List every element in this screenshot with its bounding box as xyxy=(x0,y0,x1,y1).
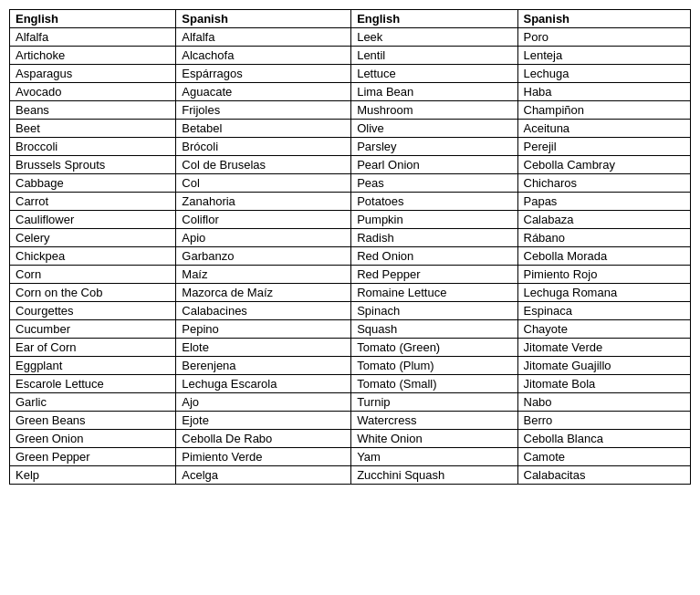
table-cell: Cebolla Blanca xyxy=(517,430,691,448)
col-header-english1: English xyxy=(10,10,176,28)
table-cell: Lenteja xyxy=(517,47,691,65)
table-cell: Rábano xyxy=(517,229,691,247)
table-row: AvocadoAguacateLima BeanHaba xyxy=(10,83,691,101)
table-cell: Lima Bean xyxy=(351,83,517,101)
table-cell: Lechuga Escarola xyxy=(176,375,351,393)
table-cell: Chickpea xyxy=(10,247,176,266)
table-cell: Champiñon xyxy=(517,101,691,120)
table-cell: Pearl Onion xyxy=(351,156,517,174)
table-cell: Pimiento Rojo xyxy=(517,266,691,284)
table-cell: Lechuga Romana xyxy=(517,284,691,302)
table-cell: Tomato (Green) xyxy=(351,339,517,357)
table-row: Green BeansEjoteWatercressBerro xyxy=(10,412,691,430)
table-cell: Beans xyxy=(10,101,176,120)
table-cell: Betabel xyxy=(176,120,351,138)
table-cell: Nabo xyxy=(517,393,691,412)
table-cell: Aceituna xyxy=(517,120,691,138)
table-cell: Papas xyxy=(517,193,691,211)
table-cell: Cauliflower xyxy=(10,211,176,229)
table-row: ChickpeaGarbanzoRed OnionCebolla Morada xyxy=(10,247,691,266)
table-row: Brussels SproutsCol de BruselasPearl Oni… xyxy=(10,156,691,174)
table-cell: Espárragos xyxy=(176,65,351,83)
table-cell: Watercress xyxy=(351,412,517,430)
table-cell: Beet xyxy=(10,120,176,138)
table-row: CabbageColPeasChicharos xyxy=(10,174,691,193)
table-cell: Green Pepper xyxy=(10,448,176,466)
table-cell: Ejote xyxy=(176,412,351,430)
table-cell: Acelga xyxy=(176,466,351,485)
table-cell: Camote xyxy=(517,448,691,466)
table-cell: Leek xyxy=(351,28,517,47)
table-cell: Red Onion xyxy=(351,247,517,266)
table-cell: Radish xyxy=(351,229,517,247)
table-cell: Calabaza xyxy=(517,211,691,229)
table-cell: Yam xyxy=(351,448,517,466)
table-row: CucumberPepinoSquashChayote xyxy=(10,320,691,339)
table-row: GarlicAjoTurnipNabo xyxy=(10,393,691,412)
table-cell: Turnip xyxy=(351,393,517,412)
table-cell: Coliflor xyxy=(176,211,351,229)
table-cell: Mushroom xyxy=(351,101,517,120)
table-cell: Spinach xyxy=(351,302,517,320)
table-cell: Chicharos xyxy=(517,174,691,193)
table-row: CauliflowerColiflorPumpkinCalabaza xyxy=(10,211,691,229)
table-cell: Chayote xyxy=(517,320,691,339)
table-cell: Eggplant xyxy=(10,357,176,375)
header-row: English Spanish English Spanish xyxy=(10,10,691,28)
table-row: CarrotZanahoriaPotatoesPapas xyxy=(10,193,691,211)
table-cell: Apio xyxy=(176,229,351,247)
table-cell: Green Beans xyxy=(10,412,176,430)
table-cell: Garlic xyxy=(10,393,176,412)
table-cell: Pumpkin xyxy=(351,211,517,229)
table-row: BroccoliBrócoliParsleyPerejil xyxy=(10,138,691,156)
table-cell: Calabacitas xyxy=(517,466,691,485)
table-cell: Aguacate xyxy=(176,83,351,101)
table-row: Green PepperPimiento VerdeYamCamote xyxy=(10,448,691,466)
col-header-spanish2: Spanish xyxy=(517,10,691,28)
table-cell: Cebolla Morada xyxy=(517,247,691,266)
table-cell: Berro xyxy=(517,412,691,430)
table-row: Ear of CornEloteTomato (Green)Jitomate V… xyxy=(10,339,691,357)
table-row: AlfalfaAlfalfaLeekPoro xyxy=(10,28,691,47)
table-cell: Ear of Corn xyxy=(10,339,176,357)
table-row: BeansFrijolesMushroomChampiñon xyxy=(10,101,691,120)
table-row: Corn on the CobMazorca de MaízRomaine Le… xyxy=(10,284,691,302)
table-row: ArtichokeAlcachofaLentilLenteja xyxy=(10,47,691,65)
table-cell: Mazorca de Maíz xyxy=(176,284,351,302)
table-cell: Cebolla De Rabo xyxy=(176,430,351,448)
table-cell: Tomato (Plum) xyxy=(351,357,517,375)
table-cell: Jitomate Guajillo xyxy=(517,357,691,375)
table-cell: Alfalfa xyxy=(10,28,176,47)
table-cell: Col de Bruselas xyxy=(176,156,351,174)
col-header-english2: English xyxy=(351,10,517,28)
table-cell: Jitomate Verde xyxy=(517,339,691,357)
table-cell: Red Pepper xyxy=(351,266,517,284)
table-cell: Lechuga xyxy=(517,65,691,83)
table-cell: Alfalfa xyxy=(176,28,351,47)
table-cell: Col xyxy=(176,174,351,193)
table-row: CeleryApioRadishRábano xyxy=(10,229,691,247)
table-cell: Squash xyxy=(351,320,517,339)
table-cell: Garbanzo xyxy=(176,247,351,266)
table-cell: Ajo xyxy=(176,393,351,412)
table-cell: Celery xyxy=(10,229,176,247)
table-cell: Jitomate Bola xyxy=(517,375,691,393)
table-cell: Potatoes xyxy=(351,193,517,211)
table-cell: Courgettes xyxy=(10,302,176,320)
table-cell: Brócoli xyxy=(176,138,351,156)
table-cell: Poro xyxy=(517,28,691,47)
table-cell: Pimiento Verde xyxy=(176,448,351,466)
table-cell: Asparagus xyxy=(10,65,176,83)
vocabulary-table: English Spanish English Spanish AlfalfaA… xyxy=(9,9,691,485)
table-cell: Corn xyxy=(10,266,176,284)
table-cell: Zucchini Squash xyxy=(351,466,517,485)
table-cell: Peas xyxy=(351,174,517,193)
table-cell: Berenjena xyxy=(176,357,351,375)
table-cell: Lettuce xyxy=(351,65,517,83)
table-row: CornMaízRed PepperPimiento Rojo xyxy=(10,266,691,284)
table-row: CourgettesCalabacinesSpinachEspinaca xyxy=(10,302,691,320)
table-cell: Espinaca xyxy=(517,302,691,320)
table-cell: White Onion xyxy=(351,430,517,448)
table-cell: Romaine Lettuce xyxy=(351,284,517,302)
table-cell: Green Onion xyxy=(10,430,176,448)
